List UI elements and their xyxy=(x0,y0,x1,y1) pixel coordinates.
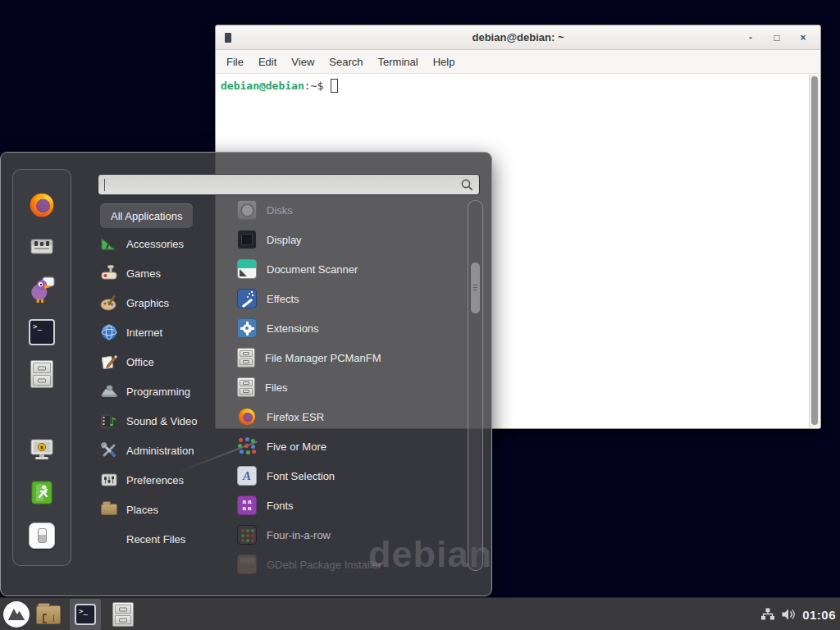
app-extensions[interactable]: Extensions xyxy=(237,313,462,343)
app-list-scrollbar[interactable] xyxy=(468,200,483,571)
svg-text:♪: ♪ xyxy=(109,415,116,428)
application-list: Disks Display Document Scanner Effects E… xyxy=(237,195,462,579)
file-cabinet-icon xyxy=(30,360,53,388)
app-five-or-more[interactable]: Five or More xyxy=(237,431,462,461)
shut-down-icon xyxy=(29,523,55,549)
menu-edit[interactable]: Edit xyxy=(251,52,284,72)
extensions-gear-icon xyxy=(237,318,257,338)
terminal-cursor xyxy=(331,79,338,93)
volume-icon[interactable] xyxy=(781,607,797,622)
network-icon[interactable] xyxy=(760,607,775,622)
app-font-selection[interactable]: A Font Selection xyxy=(237,461,462,491)
files-taskbar-button[interactable] xyxy=(112,602,134,627)
app-gdebi-package-installer[interactable]: GDebi Package Installer xyxy=(237,550,462,579)
sound-video-icon: ♪ xyxy=(100,412,118,430)
lock-screen-icon xyxy=(28,436,56,463)
prompt-path: :~$ xyxy=(304,80,323,92)
effects-icon xyxy=(237,289,257,308)
favorite-settings[interactable] xyxy=(28,232,56,260)
taskbar: >_ 01:06 xyxy=(0,597,840,630)
favorite-firefox[interactable] xyxy=(28,191,56,219)
four-in-a-row-icon xyxy=(237,525,257,545)
terminal-titlebar[interactable]: debian@debian: ~ - □ × xyxy=(216,25,820,50)
menu-search[interactable]: Search xyxy=(322,52,370,72)
applications-menu-button[interactable] xyxy=(2,600,30,628)
app-effects[interactable]: Effects xyxy=(237,284,462,313)
minimize-button[interactable]: - xyxy=(743,32,758,43)
favorite-lock-screen[interactable] xyxy=(28,436,56,463)
administration-tools-icon xyxy=(100,441,118,459)
file-cabinet-icon xyxy=(237,348,255,368)
office-icon xyxy=(100,353,118,371)
menu-file[interactable]: File xyxy=(219,52,251,72)
pidgin-icon xyxy=(28,276,56,304)
category-preferences[interactable]: Preferences xyxy=(100,465,236,495)
category-administration[interactable]: Administration xyxy=(100,436,236,465)
favorite-shut-down[interactable] xyxy=(28,522,56,550)
prompt-user-host: debian@debian xyxy=(221,80,304,92)
category-accessories[interactable]: Accessories xyxy=(100,229,236,258)
preferences-sliders-icon xyxy=(100,471,118,489)
terminal-icon: >_ xyxy=(29,319,55,345)
folder-icon xyxy=(101,504,117,515)
terminal-taskbar-button[interactable]: >_ xyxy=(70,599,101,630)
favorites-sidebar: >_ xyxy=(12,169,71,566)
accessories-icon xyxy=(100,235,118,253)
terminal-menubar: File Edit View Search Terminal Help xyxy=(216,50,820,74)
internet-globe-icon xyxy=(100,323,118,341)
favorite-files[interactable] xyxy=(28,360,56,388)
category-all-applications[interactable]: All Applications xyxy=(100,203,193,228)
favorite-pidgin[interactable] xyxy=(28,276,56,304)
terminal-title: debian@debian: ~ xyxy=(216,31,820,43)
category-games[interactable]: Games xyxy=(100,258,236,288)
log-out-icon xyxy=(29,479,55,505)
terminal-icon: >_ xyxy=(75,604,96,625)
favorite-terminal[interactable]: >_ xyxy=(28,318,56,346)
games-icon xyxy=(100,264,118,282)
app-files[interactable]: Files xyxy=(237,372,462,402)
file-manager-taskbar-button[interactable] xyxy=(36,605,61,624)
category-places[interactable]: Places xyxy=(100,495,236,524)
menu-help[interactable]: Help xyxy=(426,52,463,72)
app-disks[interactable]: Disks xyxy=(237,195,462,225)
five-or-more-dots-icon xyxy=(237,436,257,456)
app-four-in-a-row[interactable]: Four-in-a-row xyxy=(237,520,462,550)
graphics-icon xyxy=(100,294,118,312)
file-cabinet-icon xyxy=(237,377,255,397)
menu-terminal[interactable]: Terminal xyxy=(371,52,426,72)
category-internet[interactable]: Internet xyxy=(100,317,236,347)
programming-icon xyxy=(100,382,118,400)
app-fonts[interactable]: a aa a Fonts xyxy=(237,491,462,520)
terminal-scrollbar-thumb[interactable] xyxy=(811,76,818,425)
menu-logo-icon xyxy=(2,600,30,628)
terminal-scrollbar[interactable] xyxy=(809,75,819,427)
close-button[interactable]: × xyxy=(796,32,810,43)
category-graphics[interactable]: Graphics xyxy=(100,288,236,317)
settings-mixer-icon xyxy=(29,233,55,259)
menu-search-field[interactable] xyxy=(98,174,480,195)
places-folder-icon xyxy=(100,500,118,518)
category-programming[interactable]: Programming xyxy=(100,377,236,406)
app-firefox-esr[interactable]: Firefox ESR xyxy=(237,402,462,431)
search-icon xyxy=(460,178,474,192)
font-selection-icon: A xyxy=(237,466,257,486)
app-file-manager-pcmanfm[interactable]: File Manager PCManFM xyxy=(237,343,462,372)
search-input[interactable] xyxy=(105,176,458,193)
gdebi-icon xyxy=(237,555,257,574)
category-recent-files[interactable]: Recent Files xyxy=(100,524,236,554)
favorite-log-out[interactable] xyxy=(28,478,56,506)
app-document-scanner[interactable]: Document Scanner xyxy=(237,254,462,284)
app-display[interactable]: Display xyxy=(237,225,462,254)
category-office[interactable]: Office xyxy=(100,347,236,377)
category-sound-video[interactable]: ♪ Sound & Video xyxy=(100,406,236,436)
application-menu: debian xyxy=(0,152,492,596)
desktop[interactable]: debian@debian: ~ - □ × File Edit View Se… xyxy=(0,0,840,630)
disks-icon xyxy=(237,200,257,220)
app-list-scrollbar-thumb[interactable] xyxy=(471,262,480,313)
maximize-button[interactable]: □ xyxy=(769,32,784,43)
menu-view[interactable]: View xyxy=(284,52,322,72)
display-icon xyxy=(237,230,257,249)
firefox-icon xyxy=(237,407,257,427)
category-list: Accessories Games Graphics Internet xyxy=(100,229,236,554)
clock[interactable]: 01:06 xyxy=(802,608,836,622)
